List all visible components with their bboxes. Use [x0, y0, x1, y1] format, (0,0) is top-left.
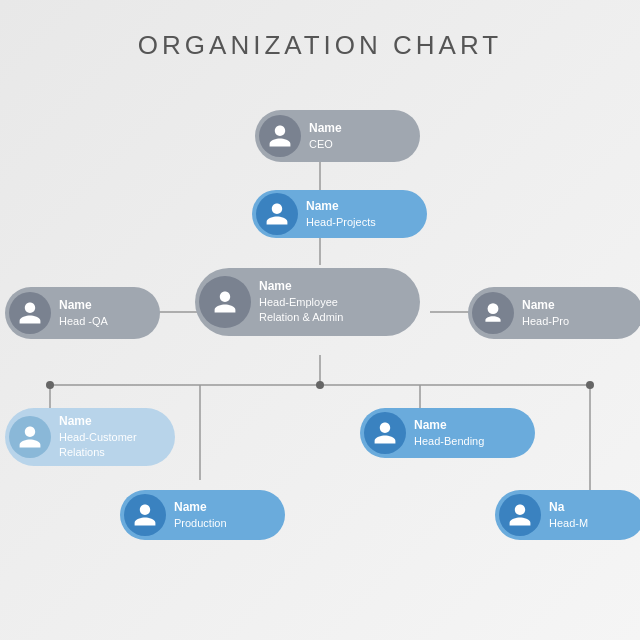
head-employee-node: Name Head-Employee Relation & Admin	[195, 268, 420, 336]
svg-point-13	[488, 303, 499, 314]
head-bending-node: Name Head-Bending	[360, 408, 535, 458]
head-projects-node: Name Head-Projects	[252, 190, 427, 238]
org-chart-page: ORGANIZATION CHART Name CEO	[0, 0, 640, 640]
head-pro-avatar	[472, 292, 514, 334]
head-pro-text: Name Head-Pro	[518, 293, 579, 333]
head-m-text: Na Head-M	[545, 495, 598, 535]
head-customer-node: Name Head-Customer Relations	[5, 408, 175, 466]
production-text: Name Production	[170, 495, 237, 535]
head-customer-text: Name Head-Customer Relations	[55, 409, 147, 465]
head-projects-text: Name Head-Projects	[302, 194, 386, 234]
ceo-node: Name CEO	[255, 110, 420, 162]
svg-point-10	[316, 381, 324, 389]
svg-point-11	[46, 381, 54, 389]
head-m-avatar	[499, 494, 541, 536]
head-m-node: Na Head-M	[495, 490, 640, 540]
svg-point-12	[586, 381, 594, 389]
ceo-avatar	[259, 115, 301, 157]
head-employee-avatar	[199, 276, 251, 328]
head-qa-avatar	[9, 292, 51, 334]
head-bending-text: Name Head-Bending	[410, 413, 494, 453]
head-projects-avatar	[256, 193, 298, 235]
production-node: Name Production	[120, 490, 285, 540]
head-pro-node: Name Head-Pro	[468, 287, 640, 339]
head-customer-avatar	[9, 416, 51, 458]
chart-title: ORGANIZATION CHART	[0, 0, 640, 71]
head-employee-text: Name Head-Employee Relation & Admin	[255, 274, 353, 330]
ceo-text: Name CEO	[305, 116, 352, 156]
head-qa-node: Name Head -QA	[5, 287, 160, 339]
head-qa-text: Name Head -QA	[55, 293, 118, 333]
head-bending-avatar	[364, 412, 406, 454]
production-avatar	[124, 494, 166, 536]
